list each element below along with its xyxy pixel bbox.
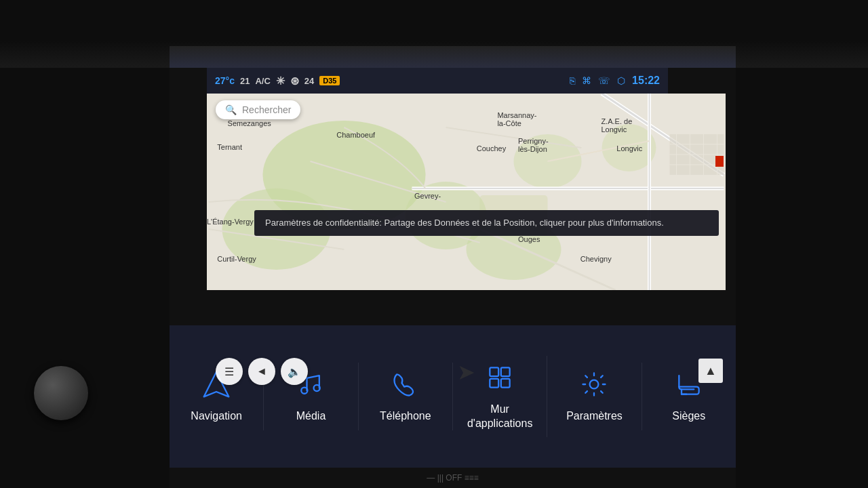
mute-button[interactable]: 🔈	[281, 358, 308, 385]
bezel-accent	[170, 46, 736, 68]
nav-item-settings[interactable]: Paramètres	[547, 363, 642, 430]
temp-right: 24	[304, 76, 314, 86]
map-controls: ☰ ◄ 🔈	[216, 358, 308, 385]
privacy-text: Paramètres de confidentialité: Partage d…	[265, 218, 664, 228]
status-left: 27°c 21 A/C ✳ ⊛ 24 D35	[215, 75, 340, 87]
fan-speed: 21	[240, 76, 250, 86]
navigation-label: Navigation	[191, 409, 242, 424]
nav-item-telephone[interactable]: Téléphone	[359, 363, 453, 430]
zoom-icon: ▲	[705, 364, 717, 378]
zoom-container: ▲	[698, 359, 723, 383]
left-bezel	[0, 0, 170, 488]
clock: 15:22	[632, 75, 660, 87]
map-container[interactable]: Semezanges Chamboeuf Ternant Couchey Mar…	[207, 94, 726, 290]
apps-label: Murd'applications	[467, 403, 532, 431]
svg-rect-32	[490, 379, 498, 388]
status-bar: 27°c 21 A/C ✳ ⊛ 24 D35 ⎘ ⌘ ☏ ⬡ 15:22	[207, 68, 668, 94]
settings-label: Paramètres	[566, 409, 623, 424]
knob[interactable]	[34, 366, 88, 420]
svg-rect-33	[501, 379, 510, 388]
fan-icon: ✳	[276, 75, 285, 87]
seats-label: Sièges	[672, 409, 705, 424]
search-placeholder: Rechercher	[242, 104, 291, 115]
search-bar[interactable]: 🔍 Rechercher	[216, 100, 300, 119]
svg-point-34	[590, 380, 599, 389]
back-icon: ◄	[256, 365, 267, 378]
ac-label: A/C	[255, 76, 270, 86]
strip-controls: — ||| OFF ≡≡≡	[427, 473, 478, 483]
location-marker	[715, 156, 724, 167]
back-button[interactable]: ◄	[248, 358, 275, 385]
bluetooth-icon: ⎘	[570, 75, 575, 86]
privacy-banner[interactable]: Paramètres de confidentialité: Partage d…	[254, 210, 719, 236]
gps-icon: ⬡	[617, 75, 625, 86]
airflow-icon: ⊛	[290, 75, 299, 87]
search-icon: 🔍	[225, 104, 237, 115]
telephone-label: Téléphone	[380, 409, 431, 424]
mute-icon: 🔈	[288, 365, 301, 378]
media-label: Média	[296, 409, 326, 424]
temp-left: 27°c	[215, 75, 235, 86]
wifi-icon: ⌘	[582, 75, 591, 86]
route-badge: D35	[319, 76, 340, 85]
bottom-nav-panel: Navigation Média Téléphone	[170, 325, 736, 468]
menu-icon: ☰	[224, 365, 234, 378]
zoom-button[interactable]: ▲	[698, 359, 723, 383]
nav-item-apps[interactable]: Murd'applications	[453, 356, 547, 438]
apps-icon	[485, 363, 515, 397]
phone-status-icon: ☏	[598, 75, 610, 86]
map-svg	[207, 94, 726, 290]
svg-rect-30	[490, 367, 498, 376]
status-right: ⎘ ⌘ ☏ ⬡ 15:22	[570, 75, 660, 87]
phone-icon	[391, 369, 420, 404]
settings-icon	[579, 369, 609, 404]
right-bezel	[736, 0, 868, 488]
svg-rect-31	[501, 367, 510, 376]
menu-button[interactable]: ☰	[216, 358, 243, 385]
bottom-strip: — ||| OFF ≡≡≡	[170, 468, 736, 488]
